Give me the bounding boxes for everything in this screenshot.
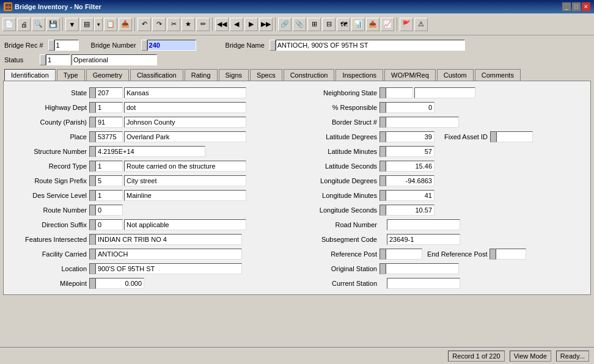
star-button[interactable]: ★ [182,18,195,31]
window-title: Bridge Inventory - No Filter [15,3,101,10]
lat-degrees-value[interactable] [386,131,435,142]
lat-minutes-value[interactable] [386,146,435,157]
place-code[interactable] [95,131,123,142]
grid1-button[interactable]: ⊞ [307,18,321,31]
status-code-input[interactable]: 1 [46,54,70,65]
state-value[interactable] [124,87,246,98]
flag-button[interactable]: 🚩 [400,18,413,31]
end-reference-post-value[interactable] [496,249,526,260]
last-button[interactable]: ▶▶ [259,18,273,31]
highway-dept-value[interactable] [124,102,246,113]
export-button[interactable]: 📤 [366,18,380,31]
road-number-value[interactable] [387,219,460,230]
features-intersected-value[interactable] [95,234,242,245]
tab-specs[interactable]: Specs [250,69,282,81]
tab-inspections[interactable]: Inspections [336,69,383,81]
direction-suffix-value[interactable] [124,219,246,230]
county-code[interactable] [95,117,123,128]
bridge-rec-input[interactable]: 1 [54,40,79,51]
report-button[interactable]: 📊 [351,18,365,31]
redo-button[interactable]: ↷ [152,18,166,31]
tab-identification[interactable]: Identification [4,69,56,81]
des-service-level-code[interactable] [95,190,123,201]
place-value[interactable] [124,131,246,142]
bridge-number-input[interactable]: 240 [147,40,196,51]
border-struct-value[interactable] [386,117,459,128]
alert-button[interactable]: ⚠ [414,18,428,31]
lat-degrees-sep [380,131,386,142]
record-type-value[interactable] [124,161,246,172]
new-button[interactable]: 📄 [2,18,16,31]
state-sep [89,87,95,98]
current-station-row: Current Station [300,277,584,290]
direction-suffix-code[interactable] [95,219,123,230]
current-station-value[interactable] [387,278,460,289]
neighboring-state-value[interactable] [414,87,475,98]
minimize-button[interactable]: _ [562,2,571,11]
route-number-code[interactable] [95,205,123,216]
highway-dept-label: Highway Dept [10,104,89,111]
state-code[interactable] [95,87,123,98]
tab-geometry[interactable]: Geometry [86,69,129,81]
close-button[interactable]: ✕ [582,2,590,11]
highway-dept-code[interactable] [95,102,123,113]
original-station-row: Original Station [300,262,584,275]
map-button[interactable]: 🗺 [337,18,350,31]
reference-post-value[interactable] [386,249,422,260]
des-service-level-value[interactable] [124,190,246,201]
lon-seconds-value[interactable] [386,205,435,216]
status-desc-input[interactable]: Operational [72,54,157,65]
print-button[interactable]: 🖨 [17,18,31,31]
lat-seconds-value[interactable] [386,161,435,172]
tab-type[interactable]: Type [57,69,85,81]
view-button[interactable]: ▤ [80,18,94,31]
county-row: County (Parish) [10,115,294,129]
grid2-button[interactable]: ⊟ [322,18,336,31]
tab-wo-pm-req[interactable]: WO/PM/Req [384,69,436,81]
next-button[interactable]: ▶ [244,18,258,31]
lon-minutes-value[interactable] [386,190,435,201]
save-button[interactable]: 💾 [46,18,60,31]
fixed-asset-value[interactable] [496,131,533,142]
tab-signs[interactable]: Signs [219,69,249,81]
tab-construction[interactable]: Construction [284,69,335,81]
neighboring-state-code[interactable] [386,87,413,98]
paste-button[interactable]: 📥 [119,18,132,31]
location-value[interactable] [95,263,242,274]
facility-carried-value[interactable] [95,249,242,260]
facility-carried-sep [89,249,95,260]
tab-custom[interactable]: Custom [437,69,474,81]
tab-comments[interactable]: Comments [475,69,521,81]
location-sep [89,263,95,274]
lon-degrees-label: Longitude Degrees [300,177,380,184]
search-button[interactable]: 🔍 [32,18,45,31]
milepoint-value[interactable] [95,278,144,289]
county-value[interactable] [124,117,246,128]
link-button[interactable]: 🔗 [278,18,292,31]
record-type-code[interactable] [95,161,123,172]
route-sign-prefix-code[interactable] [95,175,123,186]
first-button[interactable]: ◀◀ [215,18,229,31]
lon-degrees-value[interactable] [386,175,435,186]
lat-degrees-row: Latitude Degrees Fixed Asset ID [300,130,584,144]
pct-responsible-value[interactable] [386,102,435,113]
maximize-button[interactable]: □ [572,2,581,11]
border-struct-label: Border Struct # [300,118,380,126]
original-station-value[interactable] [386,263,459,274]
pencil-button[interactable]: ✏ [196,18,210,31]
prev-button[interactable]: ◀ [230,18,243,31]
chart-button[interactable]: 📈 [381,18,394,31]
copy-button[interactable]: 📋 [104,18,117,31]
view-dropdown[interactable]: ▾ [94,18,103,31]
delete-button[interactable]: ✂ [167,18,180,31]
subsegment-code-value[interactable] [387,234,460,245]
tab-rating[interactable]: Rating [185,69,218,81]
lon-degrees-sep [380,175,386,186]
attach-button[interactable]: 📎 [293,18,306,31]
bridge-name-input[interactable]: ANTIOCH, 900'S OF 95TH ST [276,40,465,51]
route-sign-prefix-value[interactable] [124,175,246,186]
tab-classification[interactable]: Classification [130,69,183,81]
undo-button[interactable]: ↶ [138,18,151,31]
structure-number-code[interactable] [95,146,205,157]
filter-button[interactable]: ▼ [65,18,79,31]
